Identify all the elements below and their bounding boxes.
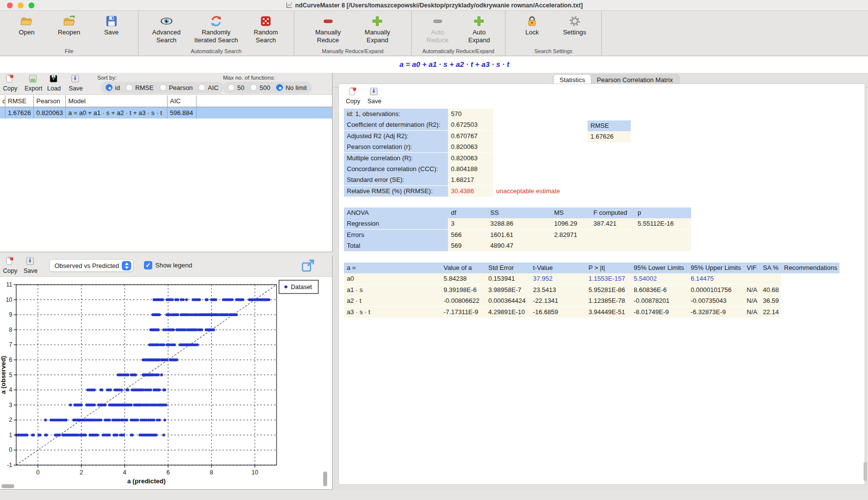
reopen-button[interactable]: Reopen <box>54 15 85 36</box>
svg-text:6: 6 <box>167 469 170 476</box>
toolbar-button-label: Reopen <box>58 29 81 36</box>
show-legend-label: Show legend <box>155 262 192 269</box>
coefficient-column-header: a = <box>344 263 441 273</box>
anova-cell: 387.421 <box>590 218 635 229</box>
open-button[interactable]: Open <box>11 15 42 36</box>
plot-save-button[interactable]: Save <box>24 256 38 274</box>
coefficient-cell: 5.54002 <box>631 273 688 284</box>
anova-cell: 4890.47 <box>487 240 551 251</box>
radio-icon <box>250 84 257 91</box>
randomly-iterated-search-button[interactable]: Randomly Iterated Search <box>195 15 238 45</box>
expand-plot-icon[interactable] <box>301 258 315 273</box>
close-window-button[interactable] <box>7 2 13 8</box>
summary-row: Concordance correlation (CCC):0.804188 <box>344 164 493 175</box>
max-functions-radio-no-limit[interactable]: No limit <box>276 84 307 91</box>
summary-value: 0.670767 <box>448 131 493 142</box>
sort-by-radio-pearson[interactable]: Pearson <box>160 84 193 91</box>
anova-cell: 566 <box>448 230 487 240</box>
copy-clipboard-icon <box>5 256 16 267</box>
results-load-button[interactable]: Load <box>47 74 61 92</box>
results-copy-button[interactable]: Copy <box>3 74 17 92</box>
save-button[interactable]: Save <box>96 15 127 36</box>
results-cell: 596.884 <box>168 107 196 118</box>
column-header-aic[interactable]: AIC <box>168 95 196 107</box>
toolbar-group-manually-reduce-expand: Manually ReduceManually ExpandManually R… <box>294 11 412 56</box>
radio-icon <box>126 84 133 91</box>
summary-value: 0.804188 <box>448 164 493 175</box>
coefficient-column-header: Value of a <box>441 263 485 273</box>
results-cell: 1.67626 <box>5 107 34 118</box>
column-header-d[interactable]: d <box>0 95 5 107</box>
scatter-svg: -1012345678910110246810Dataseta (predict… <box>0 277 324 490</box>
sort-by-radio-id[interactable]: id <box>106 84 120 91</box>
manually-expand-button[interactable]: Manually Expand <box>362 15 393 45</box>
stats-vertical-scrollbar[interactable] <box>864 462 867 481</box>
anova-cell: 5.55112E-16 <box>635 218 691 229</box>
results-export-button[interactable]: Export <box>25 74 42 92</box>
plot-vertical-scrollbar[interactable] <box>323 471 327 486</box>
svg-text:3: 3 <box>9 402 12 409</box>
coefficient-cell: -8.01749E-9 <box>631 307 688 318</box>
ndcurvemaster-window: { "window": { "title": "ndCurveMaster 8 … <box>0 0 868 500</box>
toolbar-group-file: OpenReopenSaveFile <box>0 11 139 56</box>
manually-reduce-minus-icon <box>322 15 335 28</box>
column-header-rmse[interactable]: RMSE <box>5 95 34 107</box>
plot-horizontal-scrollbar[interactable] <box>1 484 14 488</box>
stats-copy-button[interactable]: Copy <box>346 87 360 105</box>
settings-button[interactable]: Settings <box>559 15 590 36</box>
results-table-row[interactable]: 1.676260.820063a = a0 + a1 · s + a2 · t … <box>0 107 332 118</box>
coefficient-cell <box>781 273 840 284</box>
random-search-button[interactable]: Random Search <box>250 15 281 45</box>
max-functions-radio-50[interactable]: 50 <box>228 84 244 91</box>
summary-label: Concordance correlation (CCC): <box>344 164 448 175</box>
results-table-header: dRMSEPearsonModelAIC <box>0 95 332 107</box>
advanced-search-button[interactable]: Advanced Search <box>151 15 182 45</box>
anova-column-header: df <box>448 207 487 218</box>
anova-cell <box>551 240 590 251</box>
zoom-window-button[interactable] <box>28 2 34 8</box>
summary-row: Standard error (SE):1.68217 <box>344 175 493 185</box>
toolbar-button-label: Settings <box>563 29 586 36</box>
summary-row: Pearson correlation (r):0.820063 <box>344 142 493 152</box>
toolbar-button-label: Random Search <box>254 29 278 45</box>
results-save-button[interactable]: Save <box>69 74 83 92</box>
summary-value: 570 <box>448 109 493 119</box>
save-floppy-icon <box>105 15 118 28</box>
coefficient-cell <box>781 295 840 306</box>
auto-expand-button[interactable]: Auto Expand <box>463 15 495 45</box>
column-header-model[interactable]: Model <box>66 95 168 107</box>
mini-button-label: Copy <box>3 85 17 92</box>
summary-value: 0.820063 <box>448 153 493 164</box>
chart-legend: Dataset <box>279 280 318 294</box>
anova-row: Regression33288.861096.29387.4215.55112E… <box>344 218 691 229</box>
manually-expand-plus-icon <box>371 15 384 28</box>
column-header-pearson[interactable]: Pearson <box>34 95 66 107</box>
svg-text:4: 4 <box>9 386 12 393</box>
sort-by-radio-rmse[interactable]: RMSE <box>126 84 154 91</box>
minimize-window-button[interactable] <box>18 2 24 8</box>
sort-by-radio-aic[interactable]: AIC <box>198 84 219 91</box>
max-functions-radio-500[interactable]: 500 <box>250 84 270 91</box>
summary-note: unacceptable estimate <box>493 186 563 197</box>
coefficient-column-header: P > |t| <box>586 263 631 273</box>
auto-reduce-button: Auto Reduce <box>422 15 453 45</box>
radio-label: AIC <box>208 84 219 91</box>
coefficient-cell <box>781 285 840 295</box>
coefficient-cell: 40.68 <box>760 285 781 295</box>
anova-column-header: MS <box>551 207 590 218</box>
summary-row: Multiple correlation (R):0.820063 <box>344 153 493 164</box>
mini-button-label: Copy <box>3 267 17 274</box>
coefficient-cell: 4.29891E-10 <box>485 307 530 318</box>
plot-copy-button[interactable]: Copy <box>3 256 17 274</box>
summary-value: 1.68217 <box>448 175 493 185</box>
manually-reduce-button[interactable]: Manually Reduce <box>312 15 344 45</box>
anova-cell <box>590 230 635 240</box>
reopen-folder-icon <box>63 15 76 28</box>
radio-label: 50 <box>237 84 244 91</box>
plot-view-selector[interactable]: Observed vs Predicted <box>49 259 134 272</box>
lock-button[interactable]: Lock <box>516 15 548 36</box>
toolbar-group-automatically-search: Advanced SearchRandomly Iterated SearchR… <box>139 11 294 56</box>
show-legend-checkbox[interactable]: ✓ <box>144 261 152 269</box>
svg-text:8: 8 <box>9 326 12 333</box>
stats-save-button[interactable]: Save <box>367 87 382 105</box>
